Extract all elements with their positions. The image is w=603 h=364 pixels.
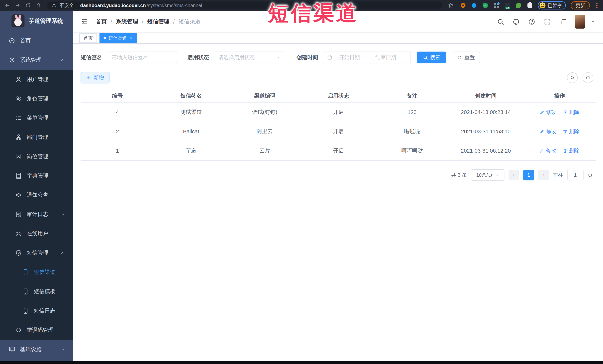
back-button[interactable] bbox=[3, 1, 12, 10]
chevron-down-icon bbox=[60, 347, 65, 352]
sidebar-item-sms-channel[interactable]: 短信渠道 bbox=[0, 263, 73, 282]
user-icon bbox=[15, 76, 22, 83]
plus-icon bbox=[86, 75, 91, 80]
status-select[interactable]: 请选择启用状态 bbox=[214, 52, 286, 63]
breadcrumb-system[interactable]: 系统管理 bbox=[116, 18, 138, 25]
sidebar-item-system[interactable]: 系统管理 bbox=[0, 50, 73, 70]
app-logo[interactable]: 芋道管理系统 bbox=[0, 11, 73, 31]
shield-icon bbox=[15, 250, 22, 256]
extension-orange-icon[interactable] bbox=[460, 2, 466, 9]
active-tab-dot bbox=[104, 37, 106, 39]
pagination: 共 3 条 10条/页 1 前往 页 bbox=[81, 169, 596, 181]
sidebar-item-sms-log[interactable]: 短信日志 bbox=[0, 301, 73, 320]
sign-input-box bbox=[107, 52, 177, 63]
next-page-button[interactable] bbox=[538, 170, 549, 180]
avatar-caret-down-icon[interactable] bbox=[591, 19, 596, 24]
extension-pin-icon[interactable] bbox=[471, 2, 477, 9]
chevron-down-icon bbox=[60, 212, 65, 217]
create-time-label: 创建时间 bbox=[297, 54, 318, 61]
help-icon[interactable] bbox=[528, 18, 535, 25]
profile-chip[interactable]: 已暂停 bbox=[538, 1, 566, 10]
close-icon[interactable]: × bbox=[130, 36, 133, 40]
goto-label: 前往 bbox=[553, 172, 563, 178]
toggle-search-button[interactable] bbox=[567, 72, 578, 83]
refresh-table-button[interactable] bbox=[583, 72, 593, 83]
phone-icon bbox=[22, 269, 29, 276]
trash-icon bbox=[563, 129, 568, 134]
prev-page-button[interactable] bbox=[509, 170, 519, 180]
sidebar-item-error-codes[interactable]: 错误码管理 bbox=[0, 320, 73, 340]
sign-input[interactable] bbox=[111, 54, 173, 61]
sidebar-item-roles[interactable]: 角色管理 bbox=[0, 89, 73, 108]
address-bar[interactable]: 不安全 dashboard.yudao.iocoder.cn /system/s… bbox=[47, 1, 442, 9]
sidebar-item-departments[interactable]: 部门管理 bbox=[0, 128, 73, 147]
forward-button[interactable] bbox=[13, 1, 22, 10]
sidebar-item-home[interactable]: 首页 bbox=[0, 31, 73, 50]
search-icon[interactable] bbox=[497, 18, 504, 25]
edit-button[interactable]: 修改 bbox=[540, 109, 557, 116]
search-button[interactable]: 搜索 bbox=[417, 52, 446, 63]
github-icon[interactable] bbox=[512, 18, 520, 25]
gear-icon bbox=[9, 57, 15, 63]
browser-toolbar: 不安全 dashboard.yudao.iocoder.cn /system/s… bbox=[0, 0, 603, 11]
list-icon bbox=[15, 115, 22, 121]
sidebar-item-menus[interactable]: 菜单管理 bbox=[0, 108, 73, 128]
org-tree-icon bbox=[15, 134, 22, 141]
chevron-down-icon bbox=[277, 55, 282, 60]
bookmark-star-icon[interactable] bbox=[447, 1, 455, 10]
extensions-puzzle-icon[interactable] bbox=[527, 2, 533, 9]
tab-home[interactable]: 首页 bbox=[80, 33, 97, 43]
table-header-row: 编号 短信签名 渠道编码 启用状态 备注 创建时间 操作 bbox=[81, 89, 596, 103]
sidebar-item-positions[interactable]: 岗位管理 bbox=[0, 147, 73, 166]
sidebar-fold-icon[interactable] bbox=[81, 18, 89, 26]
edit-button[interactable]: 修改 bbox=[540, 128, 557, 135]
add-button[interactable]: 新增 bbox=[81, 72, 109, 83]
reset-button[interactable]: 重置 bbox=[452, 52, 480, 63]
font-size-icon[interactable] bbox=[559, 18, 567, 25]
user-avatar[interactable] bbox=[575, 15, 585, 29]
sidebar-item-notices[interactable]: 通知公告 bbox=[0, 186, 73, 205]
delete-button[interactable]: 删除 bbox=[563, 147, 580, 154]
browser-update-button[interactable]: 更新 bbox=[571, 1, 590, 10]
range-separator: - bbox=[367, 55, 368, 60]
sidebar-item-online-users[interactable]: 在线用户 bbox=[0, 224, 73, 243]
sidebar-item-users[interactable]: 用户管理 bbox=[0, 70, 73, 89]
extension-grid-icon[interactable] bbox=[493, 2, 500, 9]
monitor-icon bbox=[9, 346, 15, 353]
fullscreen-icon[interactable] bbox=[544, 18, 551, 25]
extension-sprout-icon[interactable] bbox=[516, 2, 522, 9]
book-icon bbox=[15, 172, 22, 179]
delete-button[interactable]: 删除 bbox=[563, 128, 580, 135]
url-divider bbox=[77, 3, 77, 8]
chevron-up-icon bbox=[60, 250, 65, 255]
end-date-input[interactable] bbox=[371, 54, 400, 61]
sidebar-item-sms-template[interactable]: 短信模板 bbox=[0, 282, 73, 301]
breadcrumb-home[interactable]: 首页 bbox=[96, 18, 107, 25]
delete-button[interactable]: 删除 bbox=[563, 109, 580, 116]
page-number-button[interactable]: 1 bbox=[523, 170, 534, 180]
sidebar-item-sms[interactable]: 短信管理 bbox=[0, 243, 73, 263]
extension-dark-icon[interactable]: on bbox=[504, 2, 511, 9]
table-row: 4 测试渠道 调试(钉钉) 开启 123 2021-04-13 00:23:14… bbox=[81, 103, 596, 122]
badge-icon bbox=[15, 153, 22, 160]
date-range-picker[interactable]: - bbox=[323, 52, 411, 63]
tab-sms-channel[interactable]: 短信渠道 × bbox=[99, 33, 137, 43]
insecure-warning-icon bbox=[52, 3, 57, 8]
sidebar-menu: 首页 系统管理 用户管理 角色管理 菜单管理 部门管理 bbox=[0, 31, 73, 359]
breadcrumb-sms[interactable]: 短信管理 bbox=[147, 18, 169, 25]
start-date-input[interactable] bbox=[335, 54, 364, 61]
browser-menu-icon[interactable]: ⋮ bbox=[594, 2, 600, 9]
sign-label: 短信签名 bbox=[81, 54, 102, 61]
sidebar-item-audit-log[interactable]: 审计日志 bbox=[0, 205, 73, 224]
home-button[interactable] bbox=[34, 1, 43, 10]
url-path: /system/sms/sms-channel bbox=[147, 3, 202, 8]
reload-button[interactable] bbox=[24, 1, 32, 10]
extension-check-icon[interactable]: ✓ bbox=[482, 2, 488, 9]
edit-button[interactable]: 修改 bbox=[540, 147, 557, 154]
sidebar-item-infrastructure[interactable]: 基础设施 bbox=[0, 340, 73, 359]
page-size-select[interactable]: 10条/页 bbox=[471, 169, 504, 181]
chevron-right-icon bbox=[541, 173, 546, 177]
url-domain: dashboard.yudao.iocoder.cn bbox=[80, 3, 146, 8]
sidebar-item-dictionary[interactable]: 字典管理 bbox=[0, 166, 73, 186]
goto-page-input[interactable] bbox=[567, 170, 583, 180]
